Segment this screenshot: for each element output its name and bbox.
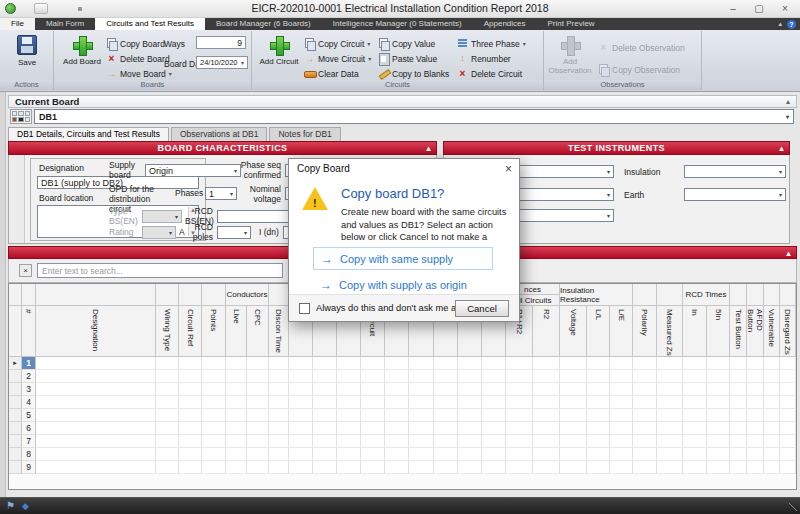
grid-column-header[interactable]: In — [683, 306, 707, 357]
grid-cell[interactable] — [385, 383, 409, 396]
paste-value-button[interactable]: Paste Value — [378, 52, 437, 65]
grid-cell[interactable] — [337, 383, 361, 396]
grid-cell[interactable] — [458, 370, 482, 383]
grid-column-header[interactable]: # — [22, 306, 36, 357]
grid-cell[interactable] — [361, 409, 385, 422]
grid-column-header[interactable] — [9, 306, 22, 357]
copy-value-button[interactable]: Copy Value — [378, 37, 435, 50]
resize-grip[interactable] — [789, 503, 797, 511]
grid-cell[interactable] — [707, 448, 730, 461]
grid-cell[interactable] — [434, 383, 458, 396]
grid-column-header[interactable]: Points — [202, 306, 226, 357]
grid-cell[interactable] — [707, 396, 730, 409]
type-bsen-combo[interactable]: ▾ — [142, 210, 182, 223]
grid-column-header[interactable]: Live — [226, 306, 247, 357]
grid-cell[interactable] — [533, 409, 560, 422]
grid-cell[interactable] — [482, 461, 506, 474]
grid-column-header[interactable]: Test Button — [730, 306, 747, 357]
grid-cell[interactable] — [179, 396, 202, 409]
grid-cell[interactable] — [289, 396, 313, 409]
grid-cell[interactable] — [434, 396, 458, 409]
grid-cell[interactable] — [610, 435, 633, 448]
grid-cell[interactable] — [179, 370, 202, 383]
grid-cell[interactable] — [764, 409, 780, 422]
grid-cell[interactable] — [313, 357, 337, 370]
grid-cell[interactable] — [434, 422, 458, 435]
grid-cell[interactable] — [361, 383, 385, 396]
grid-cell[interactable] — [533, 370, 560, 383]
minimize-button[interactable]: – — [720, 0, 746, 17]
row-indicator[interactable] — [9, 461, 22, 474]
grid-cell[interactable] — [179, 435, 202, 448]
grid-cell[interactable] — [36, 396, 156, 409]
grid-cell[interactable] — [361, 422, 385, 435]
move-board-button[interactable]: → Move Board ▾ — [106, 67, 172, 80]
tab-print-preview[interactable]: Print Preview — [537, 18, 606, 30]
grid-cell[interactable] — [764, 357, 780, 370]
grid-cell[interactable] — [313, 448, 337, 461]
test-instruments-header[interactable]: TEST INSTRUMENTS ▴ — [443, 141, 790, 155]
grid-column-header[interactable]: R2 — [533, 306, 560, 357]
grid-cell[interactable] — [458, 357, 482, 370]
grid-cell[interactable] — [289, 383, 313, 396]
grid-cell[interactable] — [506, 357, 533, 370]
diamond-icon[interactable]: ◆ — [22, 501, 29, 511]
delete-board-button[interactable]: × Delete Board — [106, 52, 170, 65]
grid-cell[interactable] — [533, 383, 560, 396]
grid-cell[interactable] — [533, 461, 560, 474]
grid-cell[interactable] — [202, 448, 226, 461]
grid-cell[interactable] — [458, 448, 482, 461]
row-indicator[interactable] — [9, 409, 22, 422]
grid-cell[interactable] — [533, 435, 560, 448]
grid-cell[interactable] — [313, 409, 337, 422]
grid-cell[interactable] — [434, 448, 458, 461]
grid-cell[interactable] — [730, 383, 747, 396]
tab-db1-details[interactable]: DB1 Details, Circuits and Test Results — [8, 127, 169, 141]
grid-cell[interactable] — [458, 461, 482, 474]
tab-appendices[interactable]: Appendices — [473, 18, 537, 30]
copy-board-button[interactable]: Copy Board — [106, 37, 165, 50]
grid-cell[interactable] — [730, 396, 747, 409]
grid-cell[interactable] — [657, 448, 683, 461]
grid-cell[interactable] — [780, 396, 796, 409]
row-number-cell[interactable]: 5 — [22, 409, 36, 422]
grid-cell[interactable] — [533, 357, 560, 370]
grid-cell[interactable] — [730, 357, 747, 370]
grid-cell[interactable] — [533, 396, 560, 409]
grid-cell[interactable] — [610, 461, 633, 474]
grid-cell[interactable] — [289, 370, 313, 383]
row-number-cell[interactable]: 2 — [22, 370, 36, 383]
grid-cell[interactable] — [657, 461, 683, 474]
grid-cell[interactable] — [269, 396, 289, 409]
grid-cell[interactable] — [747, 435, 764, 448]
grid-cell[interactable] — [156, 448, 179, 461]
grid-cell[interactable] — [633, 422, 657, 435]
grid-cell[interactable] — [247, 396, 269, 409]
grid-cell[interactable] — [747, 396, 764, 409]
grid-cell[interactable] — [361, 461, 385, 474]
grid-cell[interactable] — [560, 357, 587, 370]
grid-cell[interactable] — [202, 357, 226, 370]
grid-cell[interactable] — [269, 383, 289, 396]
grid-cell[interactable] — [683, 409, 707, 422]
board-selector[interactable]: DB1 ▾ — [34, 109, 794, 124]
row-number-cell[interactable]: 1 — [22, 357, 36, 370]
grid-cell[interactable] — [587, 422, 610, 435]
grid-cell[interactable] — [361, 448, 385, 461]
grid-cell[interactable] — [337, 396, 361, 409]
row-indicator[interactable] — [9, 383, 22, 396]
grid-cell[interactable] — [707, 461, 730, 474]
grid-column-header[interactable]: Polarity — [633, 306, 657, 357]
grid-cell[interactable] — [747, 461, 764, 474]
grid-cell[interactable] — [226, 396, 247, 409]
grid-cell[interactable] — [247, 409, 269, 422]
collapse-chevron-icon[interactable]: ▴ — [786, 97, 790, 106]
row-number-cell[interactable]: 7 — [22, 435, 36, 448]
grid-cell[interactable] — [361, 357, 385, 370]
grid-cell[interactable] — [633, 435, 657, 448]
row-indicator[interactable] — [9, 422, 22, 435]
grid-cell[interactable] — [560, 461, 587, 474]
grid-cell[interactable] — [780, 383, 796, 396]
grid-cell[interactable] — [780, 448, 796, 461]
grid-cell[interactable] — [657, 422, 683, 435]
